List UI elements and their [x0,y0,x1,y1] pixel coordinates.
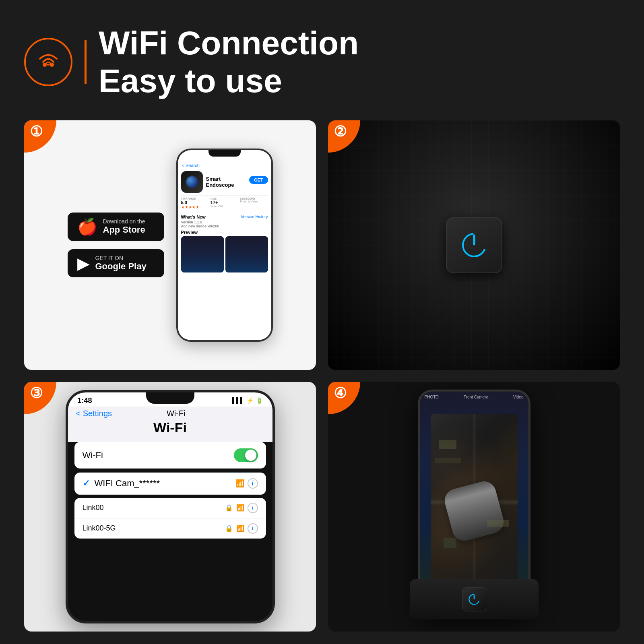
link00-5g-info[interactable]: i [248,523,258,534]
network-link00: Link00 🔒 📶 i [74,498,266,518]
lock-icon-2: 🔒 [225,524,233,532]
rating-value: 5.0 [181,200,209,205]
whats-new-label: What's New [181,215,206,219]
link00-info[interactable]: i [248,503,258,513]
age-label: AGE [211,197,238,200]
step-3-badge: ③ [24,382,56,414]
version-note: Add new device WF200 [181,224,268,228]
device-surface [328,120,620,370]
toggle-thumb [245,450,256,461]
header-divider [85,40,87,84]
app-icon [181,171,203,193]
wifi-nav-title: Wi-Fi [112,409,240,418]
step-1-cell: ① 🍎 Download on the App Store ▶ GET IT O… [24,120,316,370]
googleplay-main-text: Google Play [95,261,147,272]
app-buttons-group: 🍎 Download on the App Store ▶ GET IT ON … [68,213,164,277]
googleplay-icon: ▶ [77,255,90,271]
stand-power-icon [467,592,481,607]
other-networks-section: Link00 🔒 📶 i Link00-5G 🔒 📶 i [74,498,266,539]
googleplay-top-text: GET IT ON [95,255,147,261]
device-holder-stand [410,579,539,619]
apple-icon: 🍎 [77,219,97,235]
network-icons: 📶 i [235,478,258,489]
app-icon-lens [186,175,198,188]
connected-network-row: ✓ WIFI Cam_****** 📶 i [74,473,266,495]
front-camera-label: Front Camera [464,394,489,399]
preview-screenshots [181,236,268,272]
steps-grid: ① 🍎 Download on the App Store ▶ GET IT O… [24,120,620,632]
header-title: WiFi Connection Easy to use [99,24,359,100]
wifi-toggle-row: Wi-Fi [74,442,266,469]
page-wrapper: WiFi Connection Easy to use ① 🍎 Download… [0,0,644,644]
lock-icon-1: 🔒 [225,504,233,512]
appstore-main-text: App Store [103,225,145,235]
wifi-icon-2: 📶 [236,524,244,532]
step-3-cell: ③ 1:48 ▌▌▌ ⚡ 🔋 < Settings Wi-Fi [24,382,316,632]
pipe-overlay [431,413,518,590]
wifi-big-title: Wi-Fi [153,420,187,435]
version-history-link: Version History [241,215,268,219]
network-link00-5g: Link00-5G 🔒 📶 i [74,518,266,539]
battery: 🔋 [256,397,263,404]
photo-label: PHOTO [425,394,439,399]
age-value: 17+ [211,200,238,205]
wifi-phone-notch [146,392,194,404]
phone-mockup-1: < Search Smart Endoscope GET [176,149,273,342]
ratings-label: 7 RATINGS [181,197,209,200]
wifi-phone-mockup: 1:48 ▌▌▌ ⚡ 🔋 < Settings Wi-Fi Wi-Fi [66,390,275,623]
stars: ★★★★★ [181,205,209,209]
checkmark: ✓ [83,478,90,489]
app-store-back: < Search [181,161,268,169]
googleplay-button[interactable]: ▶ GET IT ON Google Play [68,249,164,277]
step-4-cell: ④ [328,382,620,632]
wifi-signal-icon: 📶 [235,479,244,488]
step-2-cell: ② [328,120,620,370]
wifi-title-bar: Wi-Fi [68,420,272,442]
endoscope-ui-top: PHOTO Front Camera Video [420,394,528,399]
power-button-container [446,217,502,273]
stand-power-btn[interactable] [462,587,486,611]
power-button[interactable] [446,217,502,273]
wifi-signal: ⚡ [247,397,254,404]
wifi-connection-icon [24,38,72,86]
screenshot-1 [181,236,224,272]
info-icon[interactable]: i [248,478,258,489]
endoscope-view: PHOTO Front Camera Video [328,382,620,632]
phone-screen-1: < Search Smart Endoscope GET [178,150,271,340]
signal-bars: ▌▌▌ [232,397,244,404]
wifi-icon-1: 📶 [236,504,244,512]
status-time: 1:48 [78,396,92,405]
phone-notch-1 [208,150,241,157]
network-name: WIFI Cam_****** [95,478,235,489]
power-icon [458,229,490,261]
version-text: Version 1.1.6 [181,220,268,224]
video-label: Video [513,394,523,399]
preview-label: Preview [181,228,268,236]
wifi-label: Wi-Fi [83,450,103,460]
app-name: Smart Endoscope [206,176,249,188]
link00-5g-name: Link00-5G [83,524,116,533]
screenshot-2 [225,236,268,272]
connected-network-section: ✓ WIFI Cam_****** 📶 i [74,473,266,495]
category-label: CATEGORY [240,197,268,200]
link00-name: Link00 [83,504,104,512]
get-button[interactable]: GET [249,176,268,184]
header: WiFi Connection Easy to use [24,24,620,104]
step-1-badge: ① [24,120,56,153]
wifi-toggle[interactable] [234,448,258,462]
appstore-button[interactable]: 🍎 Download on the App Store [68,213,164,241]
settings-back-link[interactable]: < Settings [76,409,112,418]
appstore-top-text: Download on the [103,218,145,225]
wifi-toggle-section: Wi-Fi [74,442,266,469]
